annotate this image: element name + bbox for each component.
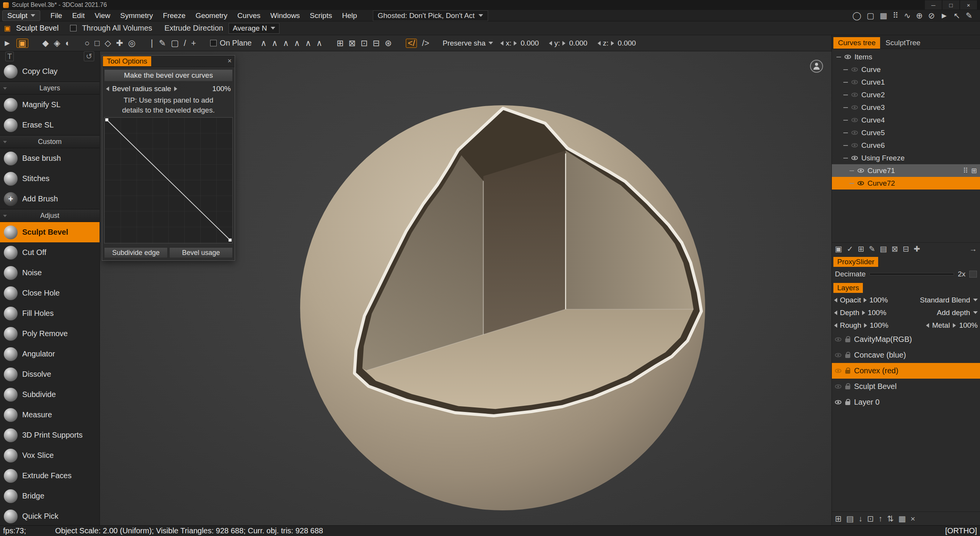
- grid-snap3-icon[interactable]: ⊡: [361, 39, 368, 47]
- sculpt-room-menu[interactable]: Sculpt: [2, 10, 40, 21]
- menu-curves[interactable]: Curves: [232, 11, 265, 21]
- eraser-icon[interactable]: ◆: [42, 39, 49, 47]
- menu-file[interactable]: File: [46, 11, 67, 21]
- camera-navigation-icon[interactable]: [810, 60, 823, 73]
- stroke-peak5-icon[interactable]: ∧: [305, 39, 311, 47]
- tree-item-curve[interactable]: Curve: [832, 63, 980, 76]
- depth-value[interactable]: 100%: [868, 309, 889, 317]
- decimate-value[interactable]: 2x: [958, 270, 965, 278]
- visibility-eye-icon[interactable]: [835, 353, 841, 357]
- tool-close-hole[interactable]: Close Hole: [0, 283, 100, 303]
- visibility-eye-icon[interactable]: [851, 156, 858, 160]
- tree-item-curve71[interactable]: Curve71: [832, 164, 980, 177]
- decrement-icon[interactable]: [500, 41, 503, 46]
- tree-item-curve5[interactable]: Curve5: [832, 126, 980, 139]
- circle-shape-icon[interactable]: ○: [85, 39, 90, 47]
- increment-icon[interactable]: [953, 323, 956, 328]
- close-button[interactable]: ×: [960, 0, 977, 10]
- grid-snap5-icon[interactable]: ⊛: [385, 39, 392, 47]
- visibility-eye-icon[interactable]: [835, 384, 841, 389]
- sphere-brush-icon[interactable]: ◈: [54, 39, 60, 47]
- tool-noise[interactable]: Noise: [0, 263, 100, 283]
- visibility-eye-icon[interactable]: [835, 400, 841, 404]
- metal-value[interactable]: 100%: [959, 321, 978, 330]
- minimize-button[interactable]: ─: [925, 0, 942, 10]
- increment-icon[interactable]: [174, 87, 177, 91]
- visibility-eye-icon[interactable]: [851, 143, 858, 147]
- duplicate-layer-icon[interactable]: ⊡: [867, 515, 874, 523]
- curve-edit-right-icon[interactable]: />: [422, 39, 429, 47]
- subtract-select-icon[interactable]: ⊘: [928, 11, 935, 20]
- 3d-viewport[interactable]: Tool Options × Make the bevel over curve…: [100, 51, 831, 525]
- visibility-eye-icon[interactable]: [851, 118, 858, 122]
- make-bevel-over-curves-button[interactable]: Make the bevel over curves: [104, 69, 233, 82]
- rect-draw-mode-icon[interactable]: ▣: [16, 39, 28, 48]
- layer-concave[interactable]: Concave (blue): [832, 347, 980, 363]
- pen-icon[interactable]: ✎: [965, 11, 972, 20]
- visibility-eye-icon[interactable]: [851, 93, 858, 97]
- decrement-icon[interactable]: [106, 87, 109, 91]
- tool-base-brush[interactable]: Base brush: [0, 148, 100, 168]
- tab-sculpt-tree[interactable]: SculptTree: [881, 37, 925, 49]
- apply-icon[interactable]: ✓: [847, 245, 853, 253]
- tool-subdivide[interactable]: Subdivide: [0, 384, 100, 405]
- tool-angulator[interactable]: Angulator: [0, 344, 100, 364]
- import-layer-icon[interactable]: ↓: [858, 515, 862, 523]
- tool-stitches[interactable]: Stitches: [0, 168, 100, 189]
- stroke-peak1-icon[interactable]: ∧: [260, 39, 266, 47]
- merge-layers-icon[interactable]: ▦: [898, 515, 906, 523]
- lock-icon[interactable]: [845, 401, 850, 405]
- vertical-line-icon[interactable]: ∣: [150, 39, 154, 47]
- menu-freeze[interactable]: Freeze: [158, 11, 191, 21]
- ghosted-mode-dropdown[interactable]: Ghosted: Don't Pick, Don't Act: [373, 10, 488, 21]
- grid-snap-icon[interactable]: ⊞: [336, 39, 343, 47]
- decimate-options-button[interactable]: [969, 271, 977, 278]
- tool-add-brush[interactable]: + Add Brush: [0, 189, 100, 209]
- decrement-icon[interactable]: [834, 310, 837, 315]
- add-select-icon[interactable]: ⊕: [916, 11, 923, 20]
- tool-poly-remove[interactable]: Poly Remove: [0, 324, 100, 344]
- decrement-icon[interactable]: [549, 41, 552, 46]
- spiral-shape-icon[interactable]: ◎: [128, 39, 136, 47]
- bevel-radius-value[interactable]: 100%: [212, 85, 231, 93]
- folder-icon[interactable]: ▤: [846, 515, 854, 523]
- increment-icon[interactable]: [514, 41, 517, 46]
- coord-y[interactable]: y: 0.000: [549, 39, 594, 47]
- layer-cavitymap[interactable]: CavityMap(RGB): [832, 332, 980, 347]
- rough-value[interactable]: 100%: [870, 321, 891, 330]
- slash-tool-icon[interactable]: /: [184, 39, 186, 47]
- export-layer-icon[interactable]: ↑: [879, 515, 883, 523]
- menu-scripts[interactable]: Scripts: [305, 11, 337, 21]
- grid-snap2-icon[interactable]: ⊠: [349, 39, 356, 47]
- bevel-radius-control[interactable]: Bevel radius scale 100%: [102, 83, 235, 95]
- tool-fill-holes[interactable]: Fill Holes: [0, 303, 100, 324]
- depth-mode-select[interactable]: Add depth: [937, 309, 978, 317]
- tool-cut-off[interactable]: Cut Off: [0, 242, 100, 263]
- duplicate-icon[interactable]: ⊞: [858, 245, 864, 253]
- extrude-direction-select[interactable]: Average N: [229, 23, 279, 34]
- add-curve-icon[interactable]: ✚: [914, 245, 920, 253]
- stroke-peak4-icon[interactable]: ∧: [294, 39, 300, 47]
- text-tool-icon[interactable]: T: [5, 52, 14, 61]
- on-plane-checkbox[interactable]: [210, 40, 217, 46]
- roundrect-tool-icon[interactable]: ▢: [171, 39, 179, 47]
- grid-select-icon[interactable]: ▦: [880, 11, 887, 20]
- bevel-usage-button[interactable]: Bevel usage: [169, 247, 233, 258]
- maximize-button[interactable]: □: [942, 0, 959, 10]
- stroke-peak2-icon[interactable]: ∧: [272, 39, 278, 47]
- star-shape-icon[interactable]: ✚: [116, 39, 123, 47]
- square-shape-icon[interactable]: □: [95, 39, 100, 47]
- dots-select-icon[interactable]: ⠿: [893, 11, 898, 20]
- decrement-icon[interactable]: [598, 41, 601, 46]
- plus-cursor-icon[interactable]: +: [191, 39, 196, 47]
- tool-copy-clay[interactable]: Copy Clay: [0, 61, 100, 82]
- lock-icon[interactable]: [845, 386, 850, 389]
- tab-curves-tree[interactable]: Curves tree: [833, 37, 880, 49]
- tree-item-curve6[interactable]: Curve6: [832, 139, 980, 152]
- add-layer-icon[interactable]: ⊞: [835, 515, 842, 523]
- export-icon[interactable]: →: [969, 245, 977, 253]
- visibility-eye-icon[interactable]: [851, 105, 858, 109]
- increment-icon[interactable]: [864, 298, 867, 302]
- pointer-icon[interactable]: ►: [940, 11, 948, 20]
- menu-windows[interactable]: Windows: [265, 11, 305, 21]
